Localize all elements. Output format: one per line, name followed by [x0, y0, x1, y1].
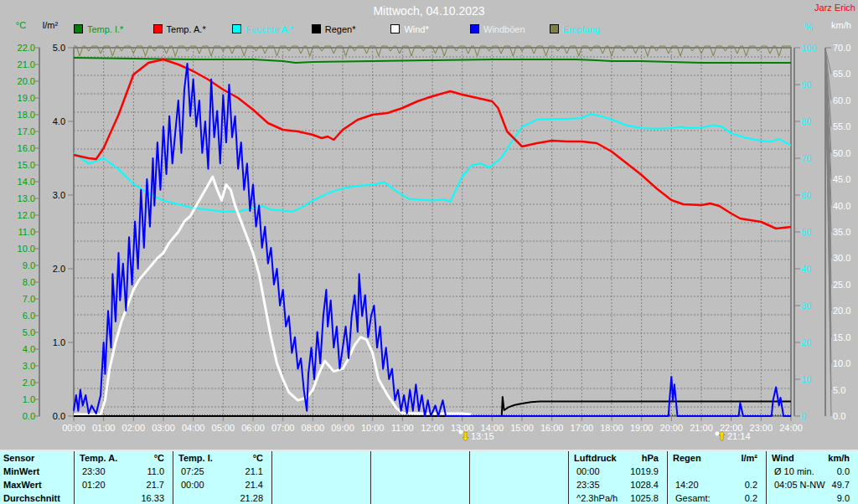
temp-c-tick-label: 15.0: [3, 160, 35, 170]
time-tick-label: 05:00: [206, 423, 240, 433]
time-tick-label: 08:00: [296, 423, 329, 433]
rain-tick-label: 3.0: [44, 190, 65, 200]
time-tick-label: 03:00: [147, 423, 180, 433]
hum-tick-label: 20: [801, 337, 811, 347]
moonrise-time-label: 21:14: [727, 431, 751, 441]
time-tick-label: 09:00: [326, 423, 359, 433]
temp-c-tick-label: 21.0: [3, 59, 35, 69]
legend-label: Feuchte A.*: [246, 24, 293, 34]
time-tick-label: 17:00: [565, 423, 598, 433]
hum-tick-label: 40: [801, 264, 811, 274]
hum-tick-label: 100: [801, 43, 816, 53]
temp-c-tick-label: 18.0: [3, 110, 35, 120]
wind-kmh-tick: [825, 48, 831, 153]
moonset-time-label: 13:15: [471, 431, 494, 441]
wind-kmh-tick: [825, 48, 831, 232]
wind-kmh-tick: [825, 48, 831, 390]
temp-c-tick-label: 16.0: [3, 143, 35, 153]
stat-cell-value: 0.2: [673, 493, 757, 504]
time-tick-label: 01:00: [87, 423, 121, 433]
stat-row-label: Sensor: [3, 453, 70, 464]
station-owner-label: Jarz Erich: [814, 3, 855, 13]
wind-kmh-tick: [825, 48, 831, 311]
stat-cell-value: 9.0: [772, 493, 850, 504]
stat-cell-value: 11.0: [80, 466, 164, 477]
wind-kmh-tick: [825, 48, 831, 206]
time-tick-label: 02:00: [116, 423, 150, 433]
hum-tick-label: 70: [801, 153, 811, 163]
legend-label: Regen*: [325, 24, 356, 34]
time-tick-label: 12:00: [416, 423, 449, 433]
temp-c-tick-label: 12.0: [3, 210, 35, 220]
table-separator: [568, 451, 569, 504]
stat-cell-value: 21.4: [178, 480, 263, 491]
moonset-marker-icon: [458, 429, 470, 441]
time-tick-label: 07:00: [266, 423, 300, 433]
temp-c-tick-label: 3.0: [3, 361, 35, 371]
legend-item-wind: Wind*: [390, 24, 428, 34]
legend-swatch: [312, 24, 321, 33]
stat-row-label: MaxWert: [3, 480, 70, 491]
stat-cell-value: 0.2: [673, 480, 757, 491]
stat-col-unit-luftdruck: hPa: [574, 453, 659, 464]
legend-item-windböen: Windböen: [470, 24, 525, 34]
series-temp-i: [74, 58, 791, 63]
table-separator: [766, 451, 767, 504]
hum-tick-label: 80: [801, 116, 811, 126]
temp-c-tick-label: 20.0: [3, 76, 35, 86]
stat-col-unit-temp-i: °C: [178, 453, 263, 464]
axis-unit-temp-c: °C: [7, 20, 35, 30]
hum-tick-label: 10: [801, 374, 811, 384]
temp-c-tick-label: 0.0: [3, 411, 35, 421]
temp-c-tick-label: 22.0: [3, 43, 35, 53]
stat-col-unit-temp-a: °C: [80, 453, 164, 464]
temp-c-tick-label: 4.0: [3, 344, 35, 354]
wind-kmh-tick-label: 70.0: [833, 43, 850, 53]
axis-unit-rain-lm2: l/m²: [35, 20, 65, 30]
wind-kmh-tick: [825, 48, 831, 337]
table-separator: [370, 451, 371, 504]
time-tick-label: 06:00: [236, 423, 270, 433]
table-separator: [667, 451, 668, 504]
series-empfang: [74, 46, 791, 56]
rain-tick-label: 0.0: [44, 411, 65, 421]
time-tick-label: 16:00: [535, 423, 569, 433]
time-tick-label: 21:00: [685, 423, 718, 433]
time-tick-label: 11:00: [385, 423, 419, 433]
wind-kmh-tick: [825, 48, 831, 285]
temp-c-tick-label: 14.0: [3, 177, 35, 187]
legend-label: Temp. A.*: [167, 24, 206, 34]
wind-kmh-tick-label: 50.0: [833, 148, 850, 158]
stats-table: SensorMinWertMaxWertDurchschnittTemp. A.…: [0, 450, 858, 504]
stat-cell-value: 21.7: [80, 480, 164, 491]
temp-c-tick-label: 13.0: [3, 193, 35, 203]
page-title: Mittwoch, 04.10.2023: [0, 4, 858, 18]
time-tick-label: 20:00: [654, 423, 688, 433]
hum-tick-label: 0: [801, 411, 806, 421]
temp-c-tick-label: 6.0: [3, 311, 35, 321]
wind-kmh-tick-label: 60.0: [833, 95, 850, 105]
time-tick-label: 24:00: [774, 423, 808, 433]
stat-cell-value: 21.1: [178, 466, 263, 477]
wind-kmh-tick-label: 20.0: [833, 306, 850, 316]
temp-c-tick-label: 10.0: [3, 244, 35, 254]
wind-kmh-tick-label: 35.0: [833, 227, 850, 237]
table-separator: [173, 451, 173, 504]
stat-row-label: MinWert: [3, 466, 70, 477]
legend-item-regen: Regen*: [312, 24, 356, 34]
table-separator: [271, 451, 272, 504]
stat-cell-value: 0.0: [772, 466, 850, 477]
series-regen: [74, 397, 791, 416]
stat-cell-value: 16.33: [80, 493, 164, 504]
weather-chart-window: Mittwoch, 04.10.2023 Jarz Erich °C l/m² …: [0, 0, 858, 504]
legend-label: Empfang: [563, 24, 600, 34]
stat-row-label: Durchschnitt: [3, 493, 70, 504]
stat-cell-value: 1028.4: [574, 480, 659, 491]
time-tick-label: 10:00: [356, 423, 390, 433]
temp-c-tick-label: 9.0: [3, 260, 35, 270]
stat-cell-value: 49.7: [772, 480, 850, 491]
wind-kmh-tick-label: 25.0: [833, 280, 850, 290]
wind-kmh-tick: [825, 48, 831, 74]
chart-plot-area: [34, 42, 855, 435]
temp-c-tick-label: 1.0: [3, 394, 35, 404]
